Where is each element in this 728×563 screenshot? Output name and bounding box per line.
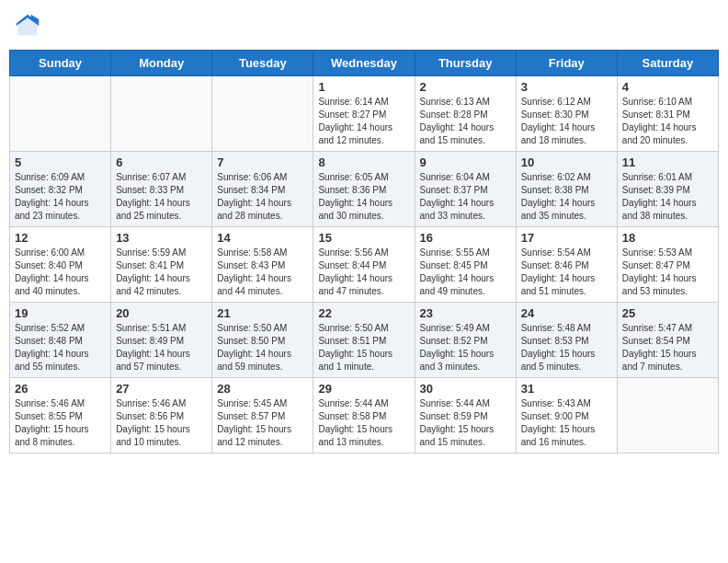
day-number: 25 (622, 306, 713, 320)
calendar-cell (111, 76, 212, 152)
calendar-cell: 23Sunrise: 5:49 AM Sunset: 8:52 PM Dayli… (415, 303, 516, 378)
calendar-cell: 17Sunrise: 5:54 AM Sunset: 8:46 PM Dayli… (516, 227, 617, 303)
calendar-cell (10, 76, 111, 152)
day-number: 28 (217, 382, 308, 396)
calendar-cell: 18Sunrise: 5:53 AM Sunset: 8:47 PM Dayli… (617, 227, 718, 303)
calendar-cell: 16Sunrise: 5:55 AM Sunset: 8:45 PM Dayli… (415, 227, 516, 303)
calendar-cell: 2Sunrise: 6:13 AM Sunset: 8:28 PM Daylig… (415, 76, 516, 152)
day-number: 10 (521, 155, 612, 169)
logo (15, 13, 44, 39)
cell-info: Sunrise: 5:50 AM Sunset: 8:51 PM Dayligh… (318, 322, 409, 373)
cell-info: Sunrise: 6:07 AM Sunset: 8:33 PM Dayligh… (116, 171, 207, 223)
calendar-cell: 26Sunrise: 5:46 AM Sunset: 8:55 PM Dayli… (10, 378, 111, 454)
column-header-friday: Friday (516, 51, 617, 76)
cell-info: Sunrise: 6:06 AM Sunset: 8:34 PM Dayligh… (217, 171, 308, 223)
column-header-saturday: Saturday (617, 51, 718, 76)
calendar-week-row: 19Sunrise: 5:52 AM Sunset: 8:48 PM Dayli… (10, 303, 719, 378)
calendar-cell: 11Sunrise: 6:01 AM Sunset: 8:39 PM Dayli… (617, 152, 718, 227)
cell-info: Sunrise: 5:45 AM Sunset: 8:57 PM Dayligh… (217, 397, 308, 449)
calendar-cell: 19Sunrise: 5:52 AM Sunset: 8:48 PM Dayli… (10, 303, 111, 378)
cell-info: Sunrise: 5:50 AM Sunset: 8:50 PM Dayligh… (217, 322, 308, 373)
calendar-week-row: 12Sunrise: 6:00 AM Sunset: 8:40 PM Dayli… (10, 227, 719, 303)
calendar-week-row: 26Sunrise: 5:46 AM Sunset: 8:55 PM Dayli… (10, 378, 719, 454)
calendar-cell: 4Sunrise: 6:10 AM Sunset: 8:31 PM Daylig… (617, 76, 718, 152)
day-number: 20 (116, 306, 207, 320)
day-number: 30 (420, 382, 511, 396)
calendar-cell: 15Sunrise: 5:56 AM Sunset: 8:44 PM Dayli… (313, 227, 415, 303)
cell-info: Sunrise: 5:56 AM Sunset: 8:44 PM Dayligh… (318, 247, 409, 298)
calendar-cell (617, 378, 718, 454)
cell-info: Sunrise: 5:51 AM Sunset: 8:49 PM Dayligh… (116, 322, 207, 373)
cell-info: Sunrise: 6:01 AM Sunset: 8:39 PM Dayligh… (622, 171, 713, 223)
calendar-cell: 10Sunrise: 6:02 AM Sunset: 8:38 PM Dayli… (516, 152, 617, 227)
calendar-cell: 21Sunrise: 5:50 AM Sunset: 8:50 PM Dayli… (212, 303, 313, 378)
calendar-cell: 30Sunrise: 5:44 AM Sunset: 8:59 PM Dayli… (415, 378, 516, 454)
day-number: 5 (15, 155, 106, 169)
column-header-thursday: Thursday (415, 51, 516, 76)
day-number: 29 (318, 382, 409, 396)
day-number: 12 (15, 231, 106, 245)
column-header-wednesday: Wednesday (313, 51, 415, 76)
cell-info: Sunrise: 5:46 AM Sunset: 8:55 PM Dayligh… (15, 397, 106, 449)
calendar-cell: 8Sunrise: 6:05 AM Sunset: 8:36 PM Daylig… (313, 152, 415, 227)
day-number: 19 (15, 306, 106, 320)
day-number: 6 (116, 155, 207, 169)
day-number: 1 (318, 80, 409, 94)
cell-info: Sunrise: 6:10 AM Sunset: 8:31 PM Dayligh… (622, 96, 713, 147)
calendar-cell: 22Sunrise: 5:50 AM Sunset: 8:51 PM Dayli… (313, 303, 415, 378)
cell-info: Sunrise: 5:43 AM Sunset: 9:00 PM Dayligh… (521, 397, 612, 449)
day-number: 2 (420, 80, 511, 94)
calendar-cell: 3Sunrise: 6:12 AM Sunset: 8:30 PM Daylig… (516, 76, 617, 152)
cell-info: Sunrise: 5:46 AM Sunset: 8:56 PM Dayligh… (116, 397, 207, 449)
cell-info: Sunrise: 6:09 AM Sunset: 8:32 PM Dayligh… (15, 171, 106, 223)
cell-info: Sunrise: 5:48 AM Sunset: 8:53 PM Dayligh… (521, 322, 612, 373)
cell-info: Sunrise: 5:54 AM Sunset: 8:46 PM Dayligh… (521, 247, 612, 298)
cell-info: Sunrise: 5:49 AM Sunset: 8:52 PM Dayligh… (420, 322, 511, 373)
cell-info: Sunrise: 6:12 AM Sunset: 8:30 PM Dayligh… (521, 96, 612, 147)
day-number: 4 (622, 80, 713, 94)
cell-info: Sunrise: 5:44 AM Sunset: 8:59 PM Dayligh… (420, 397, 511, 449)
calendar-cell: 13Sunrise: 5:59 AM Sunset: 8:41 PM Dayli… (111, 227, 212, 303)
day-number: 3 (521, 80, 612, 94)
calendar-cell: 28Sunrise: 5:45 AM Sunset: 8:57 PM Dayli… (212, 378, 313, 454)
day-number: 21 (217, 306, 308, 320)
cell-info: Sunrise: 6:14 AM Sunset: 8:27 PM Dayligh… (318, 96, 409, 147)
day-number: 9 (420, 155, 511, 169)
cell-info: Sunrise: 5:52 AM Sunset: 8:48 PM Dayligh… (15, 322, 106, 373)
calendar-header-row: SundayMondayTuesdayWednesdayThursdayFrid… (10, 51, 719, 76)
calendar-table: SundayMondayTuesdayWednesdayThursdayFrid… (9, 50, 719, 454)
calendar-cell: 7Sunrise: 6:06 AM Sunset: 8:34 PM Daylig… (212, 152, 313, 227)
cell-info: Sunrise: 5:47 AM Sunset: 8:54 PM Dayligh… (622, 322, 713, 373)
calendar-week-row: 1Sunrise: 6:14 AM Sunset: 8:27 PM Daylig… (10, 76, 719, 152)
calendar-cell (212, 76, 313, 152)
day-number: 22 (318, 306, 409, 320)
day-number: 18 (622, 231, 713, 245)
cell-info: Sunrise: 5:58 AM Sunset: 8:43 PM Dayligh… (217, 247, 308, 298)
cell-info: Sunrise: 5:55 AM Sunset: 8:45 PM Dayligh… (420, 247, 511, 298)
cell-info: Sunrise: 6:13 AM Sunset: 8:28 PM Dayligh… (420, 96, 511, 147)
calendar-cell: 1Sunrise: 6:14 AM Sunset: 8:27 PM Daylig… (313, 76, 415, 152)
day-number: 7 (217, 155, 308, 169)
day-number: 15 (318, 231, 409, 245)
cell-info: Sunrise: 6:00 AM Sunset: 8:40 PM Dayligh… (15, 247, 106, 298)
day-number: 23 (420, 306, 511, 320)
day-number: 11 (622, 155, 713, 169)
calendar-cell: 31Sunrise: 5:43 AM Sunset: 9:00 PM Dayli… (516, 378, 617, 454)
day-number: 14 (217, 231, 308, 245)
calendar-cell: 27Sunrise: 5:46 AM Sunset: 8:56 PM Dayli… (111, 378, 212, 454)
page-header (9, 9, 719, 42)
calendar-cell: 5Sunrise: 6:09 AM Sunset: 8:32 PM Daylig… (10, 152, 111, 227)
cell-info: Sunrise: 5:53 AM Sunset: 8:47 PM Dayligh… (622, 247, 713, 298)
day-number: 16 (420, 231, 511, 245)
column-header-sunday: Sunday (10, 51, 111, 76)
day-number: 26 (15, 382, 106, 396)
day-number: 17 (521, 231, 612, 245)
day-number: 31 (521, 382, 612, 396)
day-number: 24 (521, 306, 612, 320)
calendar-cell: 29Sunrise: 5:44 AM Sunset: 8:58 PM Dayli… (313, 378, 415, 454)
day-number: 27 (116, 382, 207, 396)
calendar-cell: 24Sunrise: 5:48 AM Sunset: 8:53 PM Dayli… (516, 303, 617, 378)
day-number: 13 (116, 231, 207, 245)
cell-info: Sunrise: 6:05 AM Sunset: 8:36 PM Dayligh… (318, 171, 409, 223)
cell-info: Sunrise: 6:02 AM Sunset: 8:38 PM Dayligh… (521, 171, 612, 223)
